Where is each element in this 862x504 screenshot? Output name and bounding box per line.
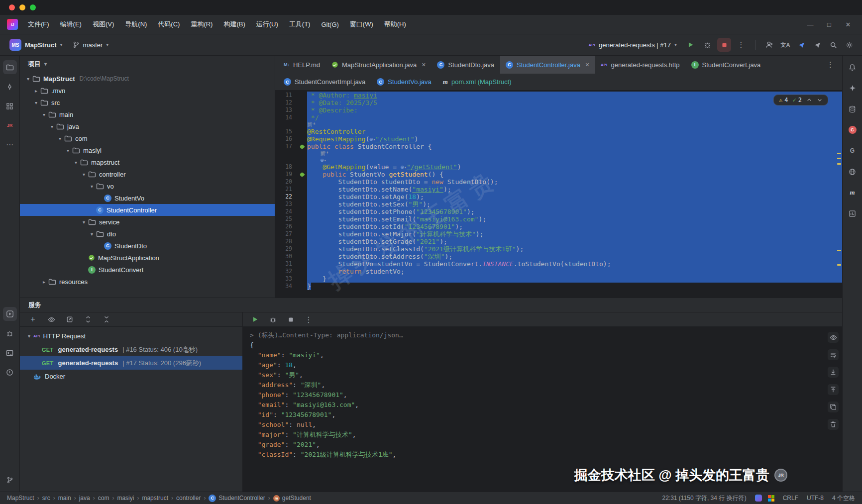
- copy-output-button[interactable]: [828, 402, 839, 412]
- inspection-widget[interactable]: ⚠4 ✓2: [773, 95, 828, 105]
- jrebel-toolwindow-button[interactable]: JR: [3, 118, 17, 132]
- notifications-button[interactable]: [846, 60, 860, 74]
- terminal-toolwindow-button[interactable]: [3, 346, 17, 360]
- code-text[interactable]: studentDto.setAge(18);: [307, 193, 842, 201]
- code-text[interactable]: studentDto.setName("masiyi");: [307, 186, 842, 193]
- code-text[interactable]: */: [307, 114, 842, 121]
- menu-item-10[interactable]: 窗口(W): [345, 17, 378, 31]
- tree-item-src[interactable]: ▾src: [20, 97, 275, 108]
- menu-item-5[interactable]: 重构(R): [186, 17, 217, 31]
- ok-count[interactable]: ✓2: [793, 97, 802, 103]
- code-text[interactable]: }: [307, 283, 842, 290]
- code-text[interactable]: * @Author: masiyi: [307, 92, 842, 99]
- tab-StudentConvertImpl.java[interactable]: CStudentConvertImpl.java: [278, 74, 371, 90]
- chevron-open-icon[interactable]: ▾: [32, 100, 40, 105]
- tab-HELP.md[interactable]: M↓HELP.md: [278, 56, 325, 74]
- close-tab-icon[interactable]: ×: [422, 61, 426, 69]
- chevron-closed-icon[interactable]: ▸: [40, 279, 48, 285]
- chevron-open-icon[interactable]: ▾: [25, 333, 33, 339]
- menu-item-6[interactable]: 构建(B): [218, 17, 250, 31]
- chevron-open-icon[interactable]: ▾: [48, 124, 56, 129]
- tree-item-resources[interactable]: ▸resources: [20, 276, 275, 288]
- breadcrumb-getStudent[interactable]: mgetStudent: [273, 495, 311, 502]
- prev-problem-button[interactable]: [806, 97, 812, 103]
- menu-item-11[interactable]: 帮助(H): [379, 17, 411, 31]
- code-text[interactable]: @GetMapping(value = ⊕▾"/getStudent"): [307, 163, 842, 171]
- project-panel-header[interactable]: 项目 ▾: [20, 56, 275, 73]
- services-panel-header[interactable]: 服务: [20, 298, 842, 312]
- rerun-request-button[interactable]: [249, 314, 260, 325]
- code-text[interactable]: studentDto.setId("12345678901");: [307, 223, 842, 230]
- debug-button[interactable]: [700, 38, 714, 52]
- tab-StudentController.java[interactable]: CStudentController.java×: [500, 56, 595, 74]
- chevron-open-icon[interactable]: ▾: [56, 136, 64, 141]
- code-text[interactable]: return studentVo;: [307, 268, 842, 275]
- more-toolwindows-button[interactable]: ⋯: [3, 138, 17, 152]
- settings-button[interactable]: [842, 38, 856, 52]
- code-text[interactable]: studentDto.setMajor("计算机科学与技术");: [307, 230, 842, 238]
- commit-toolwindow-button[interactable]: [3, 80, 17, 94]
- breadcrumb-mapstruct[interactable]: mapstruct: [142, 495, 168, 502]
- gradle-toolwindow-button[interactable]: G: [846, 144, 860, 158]
- tree-item-StudentController[interactable]: CStudentController: [20, 204, 275, 216]
- code-text[interactable]: studentDto.setAddress("深圳");: [307, 253, 842, 260]
- stop-button[interactable]: [717, 38, 731, 52]
- tree-item-MapStruct[interactable]: ▾MapStructD:\code\MapStruct: [20, 73, 275, 85]
- chevron-open-icon[interactable]: ▾: [72, 160, 80, 165]
- services-toolwindow-button[interactable]: [3, 307, 17, 321]
- version-control-toolwindow-button[interactable]: [3, 473, 17, 487]
- next-problem-button[interactable]: [817, 97, 823, 103]
- run-config-selector[interactable]: API generated-requests | #17 ▾: [585, 39, 680, 51]
- structure-toolwindow-button[interactable]: [3, 99, 17, 113]
- tab-StudentDto.java[interactable]: CStudentDto.java: [431, 56, 500, 74]
- database-toolwindow-button[interactable]: [846, 102, 860, 116]
- request-row[interactable]: GETgenerated-requests| #17 Status: 200 (…: [20, 356, 242, 370]
- tree-item-StudentConvert[interactable]: IStudentConvert: [20, 264, 275, 276]
- debug-request-button[interactable]: [267, 314, 278, 325]
- caret-info[interactable]: 22:31 (1150 字符, 34 行 换行符): [662, 494, 746, 503]
- breadcrumb-java[interactable]: java: [79, 495, 90, 502]
- code-text[interactable]: * @Date: 2025/3/5: [307, 99, 842, 106]
- code-text[interactable]: 新*: [307, 150, 842, 157]
- open-in-editor-button[interactable]: [64, 314, 75, 325]
- tree-item-dto[interactable]: ▾dto: [20, 228, 275, 240]
- close-button[interactable]: ✕: [839, 18, 857, 31]
- tab-pom.xml (MapStruct)[interactable]: mpom.xml (MapStruct): [437, 74, 517, 90]
- menu-item-7[interactable]: 运行(U): [251, 17, 283, 31]
- gutter[interactable]: [297, 143, 307, 150]
- code-text[interactable]: studentDto.setPhone("12345678901");: [307, 208, 842, 215]
- stop-process-button[interactable]: [285, 314, 296, 325]
- send-plugin-2-button[interactable]: [810, 38, 824, 52]
- search-everywhere-button[interactable]: [826, 38, 840, 52]
- code-text[interactable]: studentDto.setEmail("masiyi@163.com");: [307, 215, 842, 223]
- close-window-dot[interactable]: [9, 4, 15, 10]
- breadcrumb-MapStruct[interactable]: MapStruct: [7, 495, 34, 502]
- preview-options-button[interactable]: [828, 332, 839, 343]
- c-plugin-toolwindow-button[interactable]: C: [846, 123, 860, 137]
- problems-toolwindow-button[interactable]: [3, 365, 17, 379]
- chevron-open-icon[interactable]: ▾: [80, 172, 88, 177]
- minimize-window-dot[interactable]: [19, 4, 25, 10]
- line-separator-widget[interactable]: CRLF: [783, 495, 798, 502]
- code-text[interactable]: studentDto.setSex("男");: [307, 201, 842, 208]
- encoding-widget[interactable]: UTF-8: [807, 495, 824, 502]
- scroll-to-end-button[interactable]: [828, 367, 839, 378]
- tree-item-java[interactable]: ▾java: [20, 120, 275, 132]
- branch-widget[interactable]: master ▾: [69, 39, 112, 51]
- chevron-open-icon[interactable]: ▾: [80, 219, 88, 225]
- editor[interactable]: 11 * @Author: masiyi12 * @Date: 2025/3/5…: [275, 91, 842, 298]
- code-text[interactable]: studentDto.setClassId("2021级计算机科学与技术1班")…: [307, 245, 842, 253]
- tree-item-mapstruct[interactable]: ▾mapstruct: [20, 156, 275, 168]
- code-text[interactable]: 新*: [307, 121, 842, 128]
- code-text[interactable]: * @Describe:: [307, 106, 842, 114]
- minimize-button[interactable]: —: [801, 18, 819, 31]
- tab-StudentVo.java[interactable]: CStudentVo.java: [371, 74, 436, 90]
- menu-item-4[interactable]: 代码(C): [153, 17, 185, 31]
- code-text[interactable]: public class StudentController {: [307, 143, 842, 150]
- clear-output-button[interactable]: [828, 419, 839, 430]
- tab-StudentConvert.java[interactable]: IStudentConvert.java: [686, 56, 766, 74]
- code-text[interactable]: }: [307, 275, 842, 283]
- tree-item-service[interactable]: ▾service: [20, 216, 275, 228]
- code-text[interactable]: studentDto.setGrade("2021");: [307, 238, 842, 245]
- translate-button[interactable]: 文A: [778, 38, 792, 52]
